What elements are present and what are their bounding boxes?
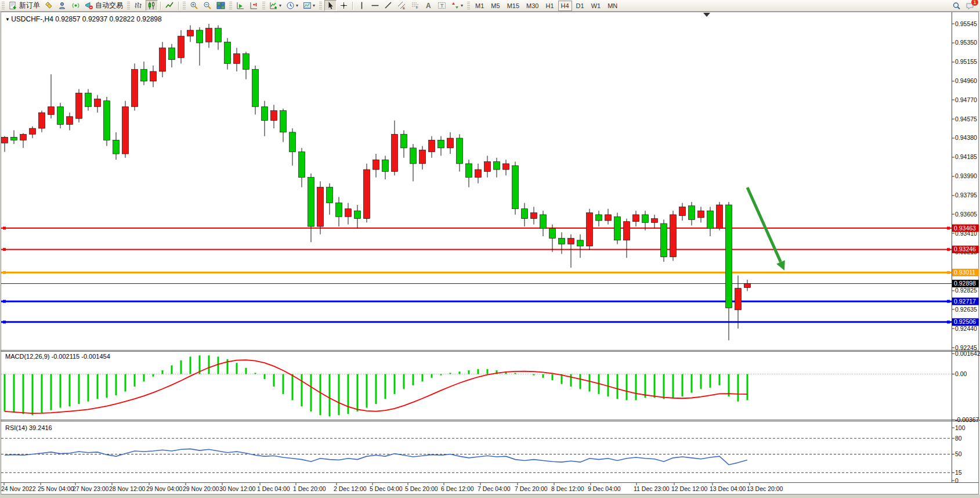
time-tick-label: 27 Nov 23:00 xyxy=(73,485,109,492)
line-chart-button[interactable] xyxy=(164,0,176,11)
zoom-out-button[interactable] xyxy=(201,0,214,11)
timeframe-m5-button[interactable]: M5 xyxy=(488,1,502,11)
new-order-button[interactable]: 新订单 xyxy=(7,0,42,11)
candle-body xyxy=(225,42,231,63)
candle-body xyxy=(392,134,398,171)
toolbar-drag-handle[interactable] xyxy=(183,2,186,9)
horizontal-level-lines[interactable] xyxy=(1,227,952,324)
price-tick-label: 0.92825 xyxy=(955,287,977,294)
notifications-button[interactable]: 1 xyxy=(964,1,976,12)
toolbar-drag-handle[interactable] xyxy=(2,2,5,9)
candle-body xyxy=(438,140,444,148)
candle-body xyxy=(679,207,686,215)
macd-axis-label: -0.003674 xyxy=(955,416,980,423)
hline-anchor[interactable] xyxy=(947,227,950,230)
window-bottom-strip xyxy=(0,495,980,498)
candle-body xyxy=(707,211,714,228)
hline-anchor[interactable] xyxy=(3,300,6,303)
candle-body xyxy=(624,222,630,240)
hline-anchor[interactable] xyxy=(3,320,6,323)
price-chart[interactable]: 0.955450.953500.951550.949600.947700.945… xyxy=(0,0,980,498)
pane-frames xyxy=(1,12,979,483)
candle-body xyxy=(48,107,55,115)
macd-axis-label: 0.001642 xyxy=(955,350,980,357)
text-label-button[interactable]: T xyxy=(436,0,448,11)
hline-anchor[interactable] xyxy=(947,248,950,251)
hline-anchor[interactable] xyxy=(3,227,6,230)
toolbar-drag-handle[interactable] xyxy=(319,2,322,9)
timeframe-h1-button[interactable]: H1 xyxy=(543,1,556,11)
time-tick-label: 2 Dec 12:00 xyxy=(334,485,367,492)
rsi-axis-label: 80 xyxy=(955,435,962,442)
time-tick-label: 12 Dec 12:00 xyxy=(671,485,708,492)
hline-anchor[interactable] xyxy=(947,271,950,274)
horizontal-line-button[interactable] xyxy=(369,0,381,11)
hline-anchor[interactable] xyxy=(3,271,6,274)
search-button[interactable] xyxy=(950,1,963,12)
annotation-arrow-shaft[interactable] xyxy=(747,187,780,262)
timeframe-m15-button[interactable]: M15 xyxy=(504,1,522,11)
templates-button[interactable]: ▾ xyxy=(301,0,317,11)
candle-body xyxy=(234,54,240,64)
candle-body xyxy=(577,240,584,246)
time-tick-label: 29 Nov 04:00 xyxy=(146,485,183,492)
candle-body xyxy=(150,71,157,81)
community-profile-button[interactable] xyxy=(56,0,68,11)
equidistant-channel-icon: E xyxy=(397,1,406,10)
crosshair-button[interactable] xyxy=(338,0,350,11)
text-button[interactable]: A xyxy=(422,0,435,11)
hline-anchor[interactable] xyxy=(947,320,950,323)
timeframe-mn-button[interactable]: MN xyxy=(605,1,620,11)
time-axis: 24 Nov 202225 Nov 04:0027 Nov 23:0028 No… xyxy=(1,483,783,492)
timeframe-m1-button[interactable]: M1 xyxy=(472,1,487,11)
toolbar-drag-handle[interactable] xyxy=(229,2,232,9)
signals-button[interactable] xyxy=(70,0,82,11)
indicators-button[interactable]: ▾ xyxy=(267,0,283,11)
toolbar-drag-handle[interactable] xyxy=(262,2,265,9)
templates-icon xyxy=(303,1,312,10)
arrows-button[interactable]: ▾ xyxy=(449,0,465,11)
tile-windows-button[interactable] xyxy=(215,0,227,11)
time-tick-label: 13 Dec 20:00 xyxy=(747,485,783,492)
vertical-line-icon xyxy=(357,1,366,10)
candle-body xyxy=(345,209,352,217)
equidistant-channel-button[interactable]: E xyxy=(396,0,408,11)
candle-body xyxy=(633,215,639,222)
cursor-icon xyxy=(326,1,335,10)
trend-line-button[interactable] xyxy=(382,0,395,11)
bar-chart-button[interactable] xyxy=(132,0,144,11)
candle-body xyxy=(67,117,73,125)
svg-text:T: T xyxy=(440,3,444,9)
fibonacci-button[interactable]: F xyxy=(409,0,421,11)
candle-body xyxy=(484,162,491,172)
candlestick-chart-button[interactable] xyxy=(146,0,158,11)
timeframe-w1-button[interactable]: W1 xyxy=(588,1,604,11)
candle-body xyxy=(95,99,101,107)
periods-button[interactable]: ▾ xyxy=(284,0,300,11)
cursor-button[interactable] xyxy=(324,0,337,11)
auto-scroll-button[interactable] xyxy=(234,0,247,11)
toolbar-drag-handle[interactable] xyxy=(467,2,470,9)
hline-anchor[interactable] xyxy=(947,300,950,303)
hline-anchor[interactable] xyxy=(3,248,6,251)
candle-body xyxy=(717,205,723,229)
metaeditor-button[interactable] xyxy=(43,0,55,11)
zoom-in-button[interactable] xyxy=(188,0,200,11)
timeframe-h4-button[interactable]: H4 xyxy=(558,1,572,11)
toolbar-drag-handle[interactable] xyxy=(127,2,130,9)
dropdown-arrow-icon: ▾ xyxy=(296,3,298,8)
rsi-axis-label: 50 xyxy=(955,450,962,457)
candle-body xyxy=(187,30,194,36)
timeframe-d1-button[interactable]: D1 xyxy=(573,1,587,11)
line-chart-icon xyxy=(165,1,174,10)
timeframe-m30-button[interactable]: M30 xyxy=(523,1,541,11)
candle-body xyxy=(20,134,27,140)
price-tick-label: 0.95545 xyxy=(955,20,977,27)
price-badge-value: 0.93246 xyxy=(954,246,976,252)
macd-pane: 0.0016420.00-0.003674 xyxy=(1,350,980,423)
chart-shift-button[interactable] xyxy=(248,0,260,11)
auto-trading-button[interactable]: 自动交易 xyxy=(83,0,125,11)
vertical-line-button[interactable] xyxy=(356,0,368,11)
candle-body xyxy=(271,111,277,121)
svg-text:E: E xyxy=(403,6,405,10)
